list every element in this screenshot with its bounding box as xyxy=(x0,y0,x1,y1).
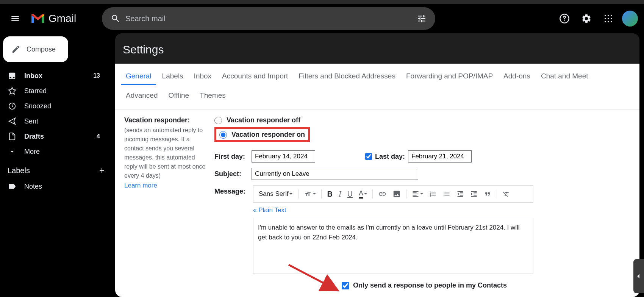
tab-chat[interactable]: Chat and Meet xyxy=(536,68,593,85)
numbered-list-icon[interactable] xyxy=(427,189,439,199)
sidebar-label-notes[interactable]: Notes xyxy=(0,179,108,194)
main-menu-icon[interactable] xyxy=(6,9,24,28)
vacation-off-row[interactable]: Vacation responder off xyxy=(214,116,630,124)
vacation-responder-section: Vacation responder: (sends an automated … xyxy=(115,109,639,296)
subject-label: Subject: xyxy=(214,170,247,178)
apps-icon[interactable] xyxy=(600,10,617,27)
inbox-icon xyxy=(8,71,17,80)
vacation-on-row[interactable]: Vacation responder on xyxy=(214,127,310,142)
bullet-list-icon[interactable] xyxy=(441,189,453,199)
gear-icon[interactable] xyxy=(578,10,595,27)
compose-button[interactable]: Compose xyxy=(3,36,68,62)
labels-title: Labels xyxy=(8,166,30,175)
text-color-icon[interactable]: A xyxy=(356,188,369,200)
search-icon[interactable] xyxy=(109,14,122,23)
svg-point-7 xyxy=(611,18,612,19)
contacts-only-label: Only send a response to people in my Con… xyxy=(353,281,507,289)
quote-icon[interactable] xyxy=(481,189,494,199)
image-icon[interactable] xyxy=(390,188,403,200)
sidebar-item-more[interactable]: More xyxy=(0,144,108,159)
svg-point-4 xyxy=(611,15,612,16)
align-icon[interactable] xyxy=(410,189,425,199)
account-avatar[interactable] xyxy=(622,11,638,27)
indent-less-icon[interactable] xyxy=(454,189,466,199)
search-input[interactable] xyxy=(122,14,415,23)
search-options-icon[interactable] xyxy=(415,14,428,23)
italic-icon[interactable]: I xyxy=(336,188,344,200)
svg-point-3 xyxy=(608,15,609,16)
learn-more-link[interactable]: Learn more xyxy=(124,182,157,189)
last-day-checkbox[interactable] xyxy=(365,153,372,160)
vacation-off-radio[interactable] xyxy=(214,117,222,124)
settings-panel: Settings General Labels Inbox Accounts a… xyxy=(115,33,639,297)
svg-point-10 xyxy=(611,21,612,22)
font-size-icon[interactable] xyxy=(302,189,318,199)
subject-input[interactable] xyxy=(252,168,418,180)
app-header: Gmail xyxy=(0,4,644,33)
tab-addons[interactable]: Add-ons xyxy=(499,68,535,85)
send-icon xyxy=(8,117,17,126)
editor-toolbar: Sans Serif B I U A xyxy=(253,185,533,203)
product-name: Gmail xyxy=(48,13,76,25)
section-help: (sends an automated reply to incoming me… xyxy=(124,126,208,180)
sidebar-item-snoozed[interactable]: Snoozed xyxy=(0,98,108,114)
tab-labels[interactable]: Labels xyxy=(158,68,188,85)
star-icon xyxy=(8,86,17,95)
sidebar-item-label: More xyxy=(24,148,40,156)
svg-point-8 xyxy=(605,21,606,22)
svg-line-12 xyxy=(289,265,338,291)
sidebar-item-starred[interactable]: Starred xyxy=(0,83,108,98)
tab-inbox[interactable]: Inbox xyxy=(189,68,216,85)
tab-offline[interactable]: Offline xyxy=(164,88,194,105)
sidebar-item-count: 4 xyxy=(97,133,100,140)
plain-text-link[interactable]: « Plain Text xyxy=(253,206,533,214)
sidebar-item-label: Notes xyxy=(24,183,42,191)
sidebar-item-sent[interactable]: Sent xyxy=(0,114,108,129)
tab-themes[interactable]: Themes xyxy=(195,88,230,105)
svg-point-9 xyxy=(608,21,609,22)
vacation-on-label: Vacation responder on xyxy=(231,131,305,139)
vacation-on-radio[interactable] xyxy=(219,131,227,139)
section-title: Vacation responder: xyxy=(124,116,208,124)
labels-section-header: Labels + xyxy=(0,159,114,179)
vacation-off-label: Vacation responder off xyxy=(227,116,300,124)
side-panel-toggle[interactable] xyxy=(633,259,644,293)
tab-forwarding[interactable]: Forwarding and POP/IMAP xyxy=(402,68,497,85)
svg-point-5 xyxy=(605,18,606,19)
first-day-input[interactable] xyxy=(252,150,315,163)
bold-icon[interactable]: B xyxy=(325,188,335,200)
sidebar: Compose Inbox 13 Starred Snoozed Sent Dr… xyxy=(0,33,114,297)
tab-filters[interactable]: Filters and Blocked Addresses xyxy=(294,68,400,85)
tab-accounts[interactable]: Accounts and Import xyxy=(217,68,292,85)
settings-tabs: General Labels Inbox Accounts and Import… xyxy=(115,64,639,85)
page-title: Settings xyxy=(115,33,639,64)
help-icon[interactable] xyxy=(556,10,573,27)
search-bar xyxy=(102,7,435,30)
message-label: Message: xyxy=(214,185,247,274)
first-day-label: First day: xyxy=(214,153,247,161)
gmail-logo[interactable]: Gmail xyxy=(30,13,76,25)
sidebar-item-label: Sent xyxy=(24,117,38,125)
svg-point-1 xyxy=(564,20,565,21)
sidebar-item-label: Inbox xyxy=(24,72,42,80)
last-day-label: Last day: xyxy=(375,153,405,161)
file-icon xyxy=(8,132,17,141)
clock-icon xyxy=(8,102,17,111)
font-select[interactable]: Sans Serif xyxy=(256,189,295,199)
label-icon xyxy=(8,182,17,191)
last-day-input[interactable] xyxy=(408,150,472,163)
sidebar-item-label: Snoozed xyxy=(24,102,51,110)
tab-advanced[interactable]: Advanced xyxy=(121,88,163,105)
sidebar-item-inbox[interactable]: Inbox 13 xyxy=(0,68,108,83)
indent-more-icon[interactable] xyxy=(468,189,480,199)
underline-icon[interactable]: U xyxy=(345,188,355,200)
remove-format-icon[interactable] xyxy=(500,189,512,199)
svg-point-6 xyxy=(608,18,609,19)
link-icon[interactable] xyxy=(376,188,389,200)
sidebar-item-drafts[interactable]: Drafts 4 xyxy=(0,129,108,144)
sidebar-item-count: 13 xyxy=(93,72,100,79)
tab-general[interactable]: General xyxy=(121,68,156,85)
svg-point-2 xyxy=(605,15,606,16)
add-label-icon[interactable]: + xyxy=(99,165,105,176)
chevron-down-icon xyxy=(8,147,17,156)
